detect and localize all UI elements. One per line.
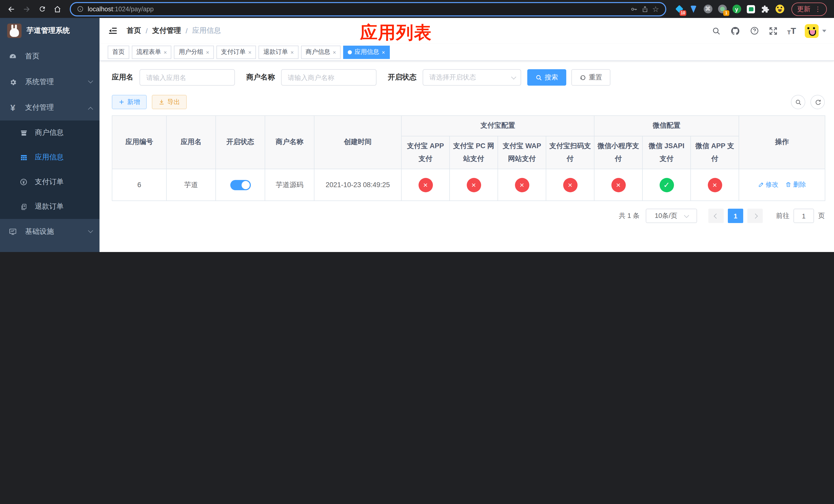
forward-button-icon[interactable]: [21, 3, 33, 15]
app-title: 芋道管理系统: [27, 26, 70, 36]
app-name-input[interactable]: [139, 69, 235, 86]
status-icon-wx-jsapi: ✓: [659, 178, 674, 192]
sidebar-item-refund-order[interactable]: 退款订单: [0, 194, 100, 219]
sidebar-item-app-info[interactable]: 应用信息: [0, 145, 100, 170]
add-button[interactable]: 新增: [112, 95, 147, 109]
col-wx-app: 微信 APP 支付: [690, 136, 739, 169]
toggle-search-icon[interactable]: [791, 95, 805, 109]
fullscreen-icon[interactable]: [768, 26, 778, 36]
col-wx-mini: 微信小程序支付: [594, 136, 642, 169]
gear-icon: [9, 78, 17, 86]
chevron-down-icon: [511, 74, 516, 79]
dashboard-icon: [9, 52, 17, 61]
col-group-wechat: 微信配置: [594, 116, 739, 136]
collapse-sidebar-icon[interactable]: [107, 25, 118, 37]
status-icon-wx-mini: ×: [611, 178, 626, 192]
github-icon[interactable]: [730, 26, 741, 36]
page-content: 应用名 商户名称 开启状态 请选择开启状态 搜索 重置: [100, 61, 834, 223]
share-icon[interactable]: [641, 5, 648, 13]
breadcrumb-home[interactable]: 首页: [127, 26, 141, 36]
status-icon-alipay-qr: ×: [563, 178, 577, 192]
cell-app-name: 芋道: [167, 169, 216, 201]
sidebar-item-infra[interactable]: 基础设施: [0, 219, 100, 245]
reload-button-icon[interactable]: [36, 3, 48, 15]
breadcrumb-current: 应用信息: [192, 26, 221, 36]
app-table: 应用编号 应用名 开启状态 商户名称 创建时间 支付宝配置 微信配置 操作 支付…: [112, 115, 825, 201]
col-app-name: 应用名: [167, 116, 216, 169]
browser-profile-avatar[interactable]: [775, 4, 784, 14]
chevron-down-icon: [684, 212, 689, 217]
col-merchant: 商户名称: [265, 116, 314, 169]
table-mini-actions: [791, 95, 825, 109]
refresh-icon[interactable]: [810, 95, 825, 109]
reset-button[interactable]: 重置: [571, 69, 610, 86]
delete-link[interactable]: 删除: [786, 181, 806, 189]
tab-merchant-info[interactable]: 商户信息×: [301, 45, 341, 59]
bookmark-star-icon[interactable]: ☆: [652, 4, 659, 14]
monitor-chart-icon: [9, 228, 17, 236]
close-icon[interactable]: ×: [248, 49, 251, 55]
col-wx-jsapi: 微信 JSAPI 支付: [642, 136, 690, 169]
sidebar-item-dev-tools[interactable]: 研发工具: [0, 245, 100, 252]
password-key-icon[interactable]: [630, 5, 637, 13]
edit-link[interactable]: 修改: [758, 181, 778, 189]
current-page-button[interactable]: 1: [728, 209, 743, 223]
close-icon[interactable]: ×: [206, 49, 209, 55]
search-button[interactable]: 搜索: [527, 69, 566, 86]
browser-update-button[interactable]: 更新 ⋮: [791, 2, 827, 16]
cell-app-id: 6: [112, 169, 167, 201]
tab-app-info[interactable]: 应用信息×: [343, 45, 390, 59]
annotation-title: 应用列表: [360, 21, 432, 45]
search-icon[interactable]: [711, 26, 722, 36]
sidebar-item-merchant-info[interactable]: 商户信息: [0, 120, 100, 145]
status-icon-alipay-wap: ×: [515, 178, 529, 192]
sidebar-item-system[interactable]: 系统管理: [0, 69, 100, 95]
extension-y-icon[interactable]: y: [732, 4, 741, 14]
extensions-puzzle-icon[interactable]: [761, 4, 770, 14]
site-info-icon[interactable]: [77, 6, 84, 12]
close-icon[interactable]: ×: [381, 49, 385, 55]
sidebar-item-payment[interactable]: ¥ 支付管理: [0, 95, 100, 120]
breadcrumb-payment[interactable]: 支付管理: [152, 26, 181, 36]
page-size-select[interactable]: 10条/页: [646, 209, 697, 223]
user-avatar-menu[interactable]: [805, 24, 826, 38]
extension-kite-icon[interactable]: [689, 4, 698, 14]
tab-process-form[interactable]: 流程表单×: [132, 45, 172, 59]
breadcrumb: 首页 / 支付管理 / 应用信息: [127, 26, 221, 36]
next-page-button[interactable]: [747, 209, 763, 223]
status-select[interactable]: 请选择开启状态: [423, 69, 521, 86]
tab-pay-order[interactable]: 支付订单×: [216, 45, 256, 59]
tab-home[interactable]: 首页: [108, 45, 129, 59]
goto-page-input[interactable]: [793, 209, 814, 223]
close-icon[interactable]: ×: [333, 49, 336, 55]
home-button-icon[interactable]: [51, 3, 64, 15]
sidebar-item-pay-order[interactable]: 支付订单: [0, 170, 100, 194]
extension-command-icon[interactable]: ⌘: [703, 4, 712, 14]
export-button[interactable]: 导出: [152, 95, 187, 109]
close-icon[interactable]: ×: [290, 49, 294, 55]
sidebar-logo[interactable]: 芋道管理系统: [0, 18, 100, 44]
app-name-label: 应用名: [112, 73, 133, 82]
browser-menu-icon[interactable]: ⋮: [814, 5, 821, 13]
merchant-name-input[interactable]: [281, 69, 376, 86]
close-icon[interactable]: ×: [163, 49, 167, 55]
yen-circle-icon: [20, 178, 28, 186]
col-alipay-qr: 支付宝扫码支付: [546, 136, 594, 169]
cell-actions: 修改 删除: [739, 169, 825, 201]
back-button-icon[interactable]: [5, 3, 18, 15]
prev-page-button[interactable]: [708, 209, 724, 223]
tab-user-group[interactable]: 用户分组×: [174, 45, 214, 59]
extension-pin-icon[interactable]: 10: [675, 4, 684, 14]
help-icon[interactable]: [749, 26, 760, 36]
active-dot: [348, 50, 352, 54]
sidebar-item-home[interactable]: 首页: [0, 44, 100, 69]
tab-refund-order[interactable]: 退款订单×: [259, 45, 299, 59]
tag-tabs-bar: 首页 流程表单× 用户分组× 支付订单× 退款订单× 商户信息× 应用信息×: [100, 44, 834, 61]
font-size-icon[interactable]: TT: [787, 26, 796, 35]
pagination: 共 1 条 10条/页 1 前往 页: [112, 209, 825, 223]
extension-chat-icon[interactable]: [746, 4, 755, 14]
main-area: 应用列表 首页 / 支付管理 / 应用信息: [100, 18, 834, 252]
extension-tab-manager-icon[interactable]: 1: [718, 4, 727, 14]
address-bar[interactable]: localhost:1024/pay/app ☆: [70, 2, 666, 16]
enabled-switch[interactable]: [230, 180, 250, 190]
